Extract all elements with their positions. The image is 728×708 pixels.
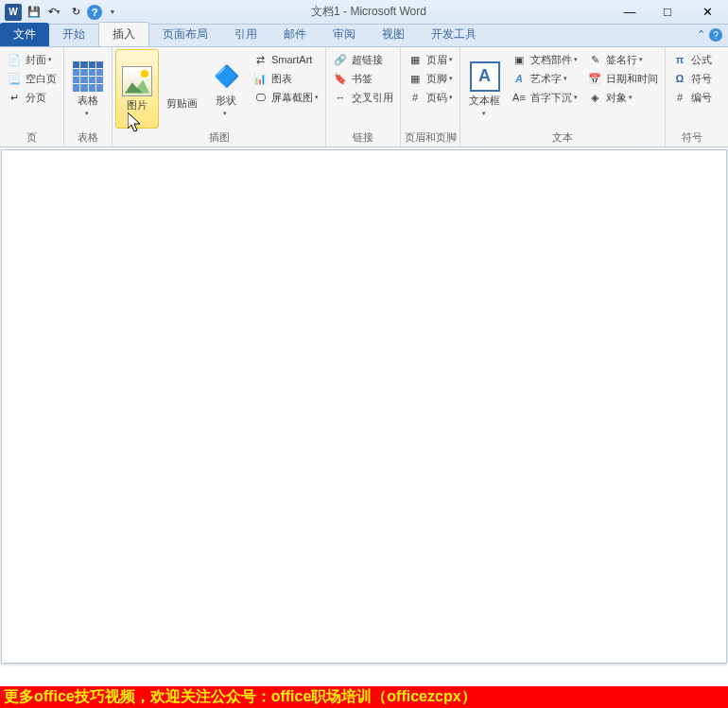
wordart-button[interactable]: A艺术字 ▾ — [510, 70, 580, 87]
header-button[interactable]: ▦页眉 ▾ — [406, 51, 455, 68]
ribbon-tabs: 文件 开始 插入 页面布局 引用 邮件 审阅 视图 开发工具 ⌃ ? — [0, 25, 728, 47]
dropcap-button[interactable]: A≡首字下沉 ▾ — [510, 89, 580, 106]
tab-insert[interactable]: 插入 — [98, 22, 149, 46]
table-icon — [73, 61, 103, 92]
object-button[interactable]: ◈对象 ▾ — [585, 89, 660, 106]
tab-layout[interactable]: 页面布局 — [149, 23, 221, 46]
equation-icon: π — [672, 52, 687, 67]
crossref-icon: ↔ — [333, 90, 348, 105]
group-header-footer-label: 页眉和页脚 — [404, 129, 457, 147]
page-break-button[interactable]: ↵分页 — [5, 89, 59, 106]
sigline-icon: ✎ — [587, 52, 602, 67]
tab-developer[interactable]: 开发工具 — [418, 23, 490, 46]
shapes-icon: 🔷 — [211, 61, 241, 92]
tab-review[interactable]: 审阅 — [320, 23, 369, 46]
tab-file[interactable]: 文件 — [0, 23, 49, 46]
tab-references[interactable]: 引用 — [221, 23, 270, 46]
cover-page-button[interactable]: 📄封面 ▾ — [5, 51, 59, 68]
group-tables-label: 表格 — [67, 129, 109, 147]
save-button[interactable]: 💾 — [25, 3, 43, 22]
app-icon[interactable]: W — [4, 3, 23, 22]
table-button[interactable]: 表格▾ — [67, 49, 109, 129]
pagenumber-icon: # — [407, 90, 423, 105]
number-button[interactable]: #编号 — [670, 89, 714, 106]
group-symbols-label: 符号 — [668, 129, 716, 147]
ribbon-help-icon[interactable]: ? — [709, 28, 722, 42]
ribbon-minimize-icon[interactable]: ⌃ — [697, 28, 705, 42]
clipart-icon — [169, 68, 196, 95]
footer-icon: ▦ — [407, 71, 423, 86]
minimize-button[interactable]: — — [611, 0, 649, 25]
group-links: 🔗超链接 🔖书签 ↔交叉引用 链接 — [326, 47, 401, 147]
picture-button[interactable]: 图片 — [115, 49, 159, 129]
cover-page-icon: 📄 — [7, 52, 22, 67]
datetime-button[interactable]: 📅日期和时间 — [585, 70, 660, 87]
group-text: A 文本框▾ ▣文档部件 ▾ A艺术字 ▾ A≡首字下沉 ▾ ✎签名行 ▾ 📅日… — [460, 47, 666, 147]
group-symbols: π公式 Ω符号 #编号 符号 — [666, 47, 719, 147]
undo-button[interactable]: ↶▼ — [45, 3, 64, 22]
datetime-icon: 📅 — [587, 71, 602, 86]
chart-button[interactable]: 📊图表 — [251, 70, 321, 87]
page-break-icon: ↵ — [7, 90, 22, 105]
close-button[interactable]: ✕ — [686, 0, 728, 25]
crossref-button[interactable]: ↔交叉引用 — [331, 89, 395, 106]
help-button[interactable]: ? — [87, 5, 102, 20]
footer-button[interactable]: ▦页脚 ▾ — [406, 70, 455, 87]
bookmark-icon: 🔖 — [333, 71, 348, 86]
smartart-button[interactable]: ⇄SmartArt — [251, 51, 321, 68]
ribbon: 📄封面 ▾ 📃空白页 ↵分页 页 表格▾ 表格 图片 剪贴画 — [0, 47, 728, 147]
group-illustrations: 图片 剪贴画 🔷 形状▾ ⇄SmartArt 📊图表 🖵屏幕截图 ▾ 插图 — [113, 47, 326, 147]
group-text-label: 文本 — [463, 129, 662, 147]
group-illustrations-label: 插图 — [115, 129, 322, 147]
clipart-button[interactable]: 剪贴画 — [161, 49, 203, 129]
screenshot-icon: 🖵 — [252, 90, 268, 105]
document-area[interactable] — [1, 149, 727, 664]
pagenumber-button[interactable]: #页码 ▾ — [406, 89, 455, 106]
blank-page-button[interactable]: 📃空白页 — [5, 70, 59, 87]
equation-button[interactable]: π公式 — [670, 51, 714, 68]
hyperlink-icon: 🔗 — [333, 52, 348, 67]
maximize-button[interactable]: □ — [649, 0, 686, 25]
picture-icon — [122, 66, 152, 96]
textbox-button[interactable]: A 文本框▾ — [463, 49, 506, 129]
object-icon: ◈ — [587, 90, 602, 105]
sigline-button[interactable]: ✎签名行 ▾ — [585, 51, 660, 68]
header-icon: ▦ — [407, 52, 423, 67]
window-controls: — □ ✕ — [611, 0, 728, 25]
number-icon: # — [672, 90, 687, 105]
chart-icon: 📊 — [252, 71, 268, 86]
group-links-label: 链接 — [329, 129, 397, 147]
shapes-button[interactable]: 🔷 形状▾ — [205, 49, 247, 129]
window-title: 文档1 - Microsoft Word — [127, 4, 611, 20]
tab-home[interactable]: 开始 — [49, 23, 98, 46]
group-pages: 📄封面 ▾ 📃空白页 ↵分页 页 — [0, 47, 64, 147]
redo-button[interactable]: ↻ — [66, 3, 85, 22]
promo-banner: 更多office技巧视频，欢迎关注公众号：office职场培训（officezc… — [0, 686, 728, 708]
quick-access-toolbar: W 💾 ↶▼ ↻ ? ▼ — [0, 3, 127, 22]
dropcap-icon: A≡ — [511, 90, 527, 105]
group-header-footer: ▦页眉 ▾ ▦页脚 ▾ #页码 ▾ 页眉和页脚 — [401, 47, 460, 147]
hyperlink-button[interactable]: 🔗超链接 — [331, 51, 395, 68]
bookmark-button[interactable]: 🔖书签 — [331, 70, 395, 87]
group-pages-label: 页 — [3, 129, 61, 147]
blank-page-icon: 📃 — [7, 71, 22, 86]
group-tables: 表格▾ 表格 — [64, 47, 113, 147]
tab-mail[interactable]: 邮件 — [270, 23, 320, 46]
ribbon-help-controls: ⌃ ? — [697, 28, 722, 42]
textbox-icon: A — [470, 61, 500, 92]
docparts-button[interactable]: ▣文档部件 ▾ — [510, 51, 580, 68]
symbol-icon: Ω — [672, 71, 687, 86]
qat-dropdown[interactable]: ▼ — [104, 3, 123, 22]
tab-view[interactable]: 视图 — [369, 23, 418, 46]
smartart-icon: ⇄ — [252, 52, 268, 67]
docparts-icon: ▣ — [511, 52, 527, 67]
wordart-icon: A — [511, 71, 527, 86]
screenshot-button[interactable]: 🖵屏幕截图 ▾ — [251, 89, 321, 106]
symbol-button[interactable]: Ω符号 — [670, 70, 714, 87]
